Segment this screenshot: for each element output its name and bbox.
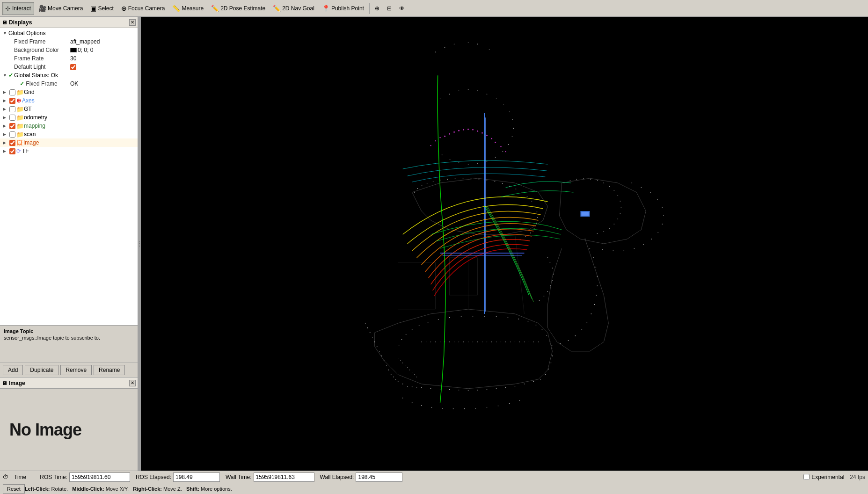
publish-point-button[interactable]: 📍 Publish Point — [319, 2, 367, 15]
svg-point-77 — [447, 179, 448, 180]
default-light-checkbox[interactable] — [70, 64, 76, 70]
focus-camera-button[interactable]: ⊕ Focus Camera — [118, 2, 168, 15]
svg-point-60 — [401, 339, 402, 340]
ros-elapsed-input[interactable] — [173, 472, 220, 482]
image-panel-header: 🖥 Image ✕ — [0, 378, 138, 389]
mapping-folder-icon: 📁 — [16, 123, 24, 130]
svg-point-37 — [540, 379, 541, 380]
svg-point-132 — [412, 402, 413, 403]
tf-arrow[interactable]: ▶ — [3, 149, 8, 153]
odometry-row[interactable]: ▶ 📁 odometry — [0, 113, 138, 122]
gt-checkbox[interactable] — [9, 106, 15, 112]
global-options-row[interactable]: ▼ Global Options — [0, 29, 138, 37]
scan-row[interactable]: ▶ 📁 scan — [0, 130, 138, 138]
move-camera-button[interactable]: 🎥 Move Camera — [35, 2, 86, 15]
layout-button[interactable]: ⊟ — [384, 2, 395, 15]
image-checkbox[interactable] — [9, 140, 15, 146]
grid-checkbox[interactable] — [9, 89, 15, 95]
grid-row[interactable]: ▶ 📁 Grid — [0, 88, 138, 96]
frame-rate-row: Frame Rate 30 — [0, 54, 138, 63]
mapping-checkbox[interactable] — [9, 123, 15, 129]
tf-checkbox[interactable] — [9, 148, 15, 154]
svg-point-34 — [515, 386, 516, 387]
scan-checkbox[interactable] — [9, 131, 15, 138]
svg-point-169 — [489, 49, 490, 50]
grid-arrow[interactable]: ▶ — [3, 90, 8, 94]
mapping-row[interactable]: ▶ 📁 mapping — [0, 122, 138, 130]
svg-point-84 — [502, 183, 503, 184]
move-camera-icon: 🎥 — [38, 5, 46, 12]
svg-point-75 — [433, 181, 434, 182]
gt-arrow[interactable]: ▶ — [3, 107, 8, 111]
odometry-checkbox[interactable] — [9, 115, 15, 121]
svg-point-167 — [468, 42, 469, 43]
axes-icon-tree: ⊕ — [16, 97, 21, 104]
mapping-arrow[interactable]: ▶ — [3, 124, 8, 128]
nav-goal-button[interactable]: ✏️ 2D Nav Goal — [270, 2, 318, 15]
add-button[interactable]: Add — [3, 365, 23, 375]
measure-button[interactable]: 📏 Measure — [169, 2, 207, 15]
scan-arrow[interactable]: ▶ — [3, 132, 8, 137]
axes-checkbox[interactable] — [9, 98, 15, 104]
tf-row[interactable]: ▶ ⟳ TF — [0, 147, 138, 155]
odometry-arrow[interactable]: ▶ — [3, 115, 8, 120]
svg-point-73 — [422, 185, 423, 186]
wall-time-input[interactable] — [254, 472, 314, 482]
remove-button[interactable]: Remove — [60, 365, 92, 375]
global-status-arrow[interactable]: ▼ — [3, 73, 8, 78]
svg-point-18 — [395, 379, 396, 380]
image-display-row[interactable]: ▶ 🖼 Image — [0, 138, 138, 147]
svg-point-98 — [564, 182, 565, 183]
rename-button[interactable]: Rename — [94, 365, 125, 375]
svg-point-29 — [468, 390, 469, 391]
duplicate-button[interactable]: Duplicate — [25, 365, 58, 375]
svg-point-15 — [388, 370, 389, 370]
global-status-row[interactable]: ▼ ✓ Global Status: Ok — [0, 71, 138, 80]
image-arrow[interactable]: ▶ — [3, 140, 8, 145]
svg-point-213 — [515, 341, 515, 342]
svg-point-82 — [487, 180, 488, 181]
svg-point-129 — [560, 343, 561, 344]
gt-folder-icon: 📁 — [16, 106, 24, 113]
svg-point-186 — [402, 363, 403, 363]
svg-point-139 — [487, 407, 488, 408]
axes-arrow[interactable]: ▶ — [3, 98, 8, 103]
background-color-swatch[interactable] — [70, 48, 77, 52]
axes-icon: ⊕ — [375, 5, 379, 12]
svg-point-38 — [545, 374, 546, 375]
displays-close-button[interactable]: ✕ — [129, 19, 136, 26]
select-button[interactable]: ▣ Select — [87, 2, 117, 15]
image-panel-close-button[interactable]: ✕ — [129, 380, 136, 386]
svg-point-183 — [602, 249, 603, 250]
svg-point-128 — [568, 340, 569, 341]
axes-tool-button[interactable]: ⊕ — [372, 2, 383, 15]
svg-point-155 — [508, 144, 509, 145]
wall-elapsed-input[interactable] — [356, 472, 402, 482]
svg-point-236 — [500, 146, 501, 147]
svg-point-14 — [386, 365, 387, 366]
interact-button[interactable]: ⊹ Interact — [2, 2, 34, 15]
view-button[interactable]: 👁 — [396, 2, 408, 15]
svg-point-212 — [510, 341, 511, 342]
svg-point-22 — [412, 386, 413, 387]
reset-button[interactable]: Reset — [3, 484, 25, 494]
toolbar-separator-1 — [369, 3, 370, 14]
svg-point-222 — [449, 133, 450, 135]
axes-row[interactable]: ▶ ⊕ Axes — [0, 96, 138, 105]
svg-point-232 — [495, 142, 496, 143]
svg-point-53 — [461, 316, 462, 317]
3d-viewport[interactable] — [141, 17, 868, 471]
ros-time-input[interactable] — [69, 472, 130, 482]
experimental-checkbox[interactable] — [803, 474, 810, 480]
global-options-arrow[interactable]: ▼ — [3, 31, 8, 36]
svg-point-201 — [459, 341, 459, 342]
displays-panel-title: 🖥 Displays — [2, 19, 32, 26]
pose-estimate-button[interactable]: ✏️ 2D Pose Estimate — [208, 2, 269, 15]
svg-point-91 — [537, 211, 538, 212]
svg-point-217 — [533, 341, 534, 342]
svg-point-42 — [552, 349, 553, 349]
svg-point-156 — [503, 151, 503, 152]
gt-row[interactable]: ▶ 📁 GT — [0, 105, 138, 113]
svg-point-221 — [444, 136, 445, 137]
wall-elapsed-field: Wall Elapsed: — [320, 472, 403, 482]
